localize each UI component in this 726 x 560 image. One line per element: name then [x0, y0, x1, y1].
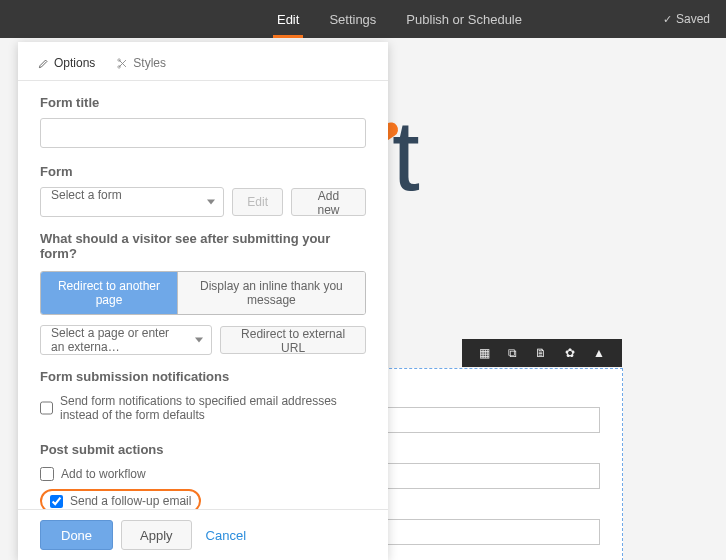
scissors-icon — [117, 58, 128, 69]
form-edit-button: Edit — [232, 188, 283, 216]
notifications-heading: Form submission notifications — [40, 369, 366, 384]
followup-checkbox[interactable] — [50, 495, 63, 508]
gear-icon[interactable]: ✿ — [565, 346, 575, 360]
after-submit-question: What should a visitor see after submitti… — [40, 231, 366, 261]
cancel-link[interactable]: Cancel — [206, 528, 246, 543]
topbar-tabs: Edit Settings Publish or Schedule — [157, 0, 522, 38]
doc-icon[interactable]: 🗎 — [535, 346, 547, 360]
panel-footer: Done Apply Cancel — [18, 509, 388, 560]
panel-tabs: Options Styles — [18, 42, 388, 81]
notif-checkbox-label: Send form notifications to specified ema… — [60, 394, 366, 422]
post-submit-heading: Post submit actions — [40, 442, 366, 457]
form-title-label: Form title — [40, 95, 366, 110]
inline-toggle[interactable]: Display an inline thank you message — [178, 272, 365, 314]
tab-publish[interactable]: Publish or Schedule — [406, 0, 522, 38]
form-add-new-button[interactable]: Add new — [291, 188, 366, 216]
logo-letter: t — [392, 98, 420, 213]
notif-checkbox-row[interactable]: Send form notifications to specified ema… — [40, 394, 366, 422]
form-title-input[interactable] — [40, 118, 366, 148]
panel-tab-styles-label: Styles — [133, 56, 166, 70]
preview-toolbar: ▦ ⧉ 🗎 ✿ ▲ — [462, 339, 622, 367]
saved-status: ✓ Saved — [663, 12, 710, 26]
followup-highlight: Send a follow-up email — [40, 489, 201, 509]
panel-tab-options[interactable]: Options — [30, 50, 103, 80]
form-label: Form — [40, 164, 366, 179]
pencil-icon — [38, 58, 49, 69]
workflow-checkbox-label: Add to workflow — [61, 467, 146, 481]
form-select[interactable]: Select a form — [40, 187, 224, 217]
redirect-toggle[interactable]: Redirect to another page — [41, 272, 177, 314]
topbar: Edit Settings Publish or Schedule ✓ Save… — [0, 0, 726, 38]
redirect-page-text: Select a page or enter an externa… — [51, 326, 169, 354]
panel-tab-options-label: Options — [54, 56, 95, 70]
caret-icon — [195, 338, 203, 343]
redirect-page-select[interactable]: Select a page or enter an externa… — [40, 325, 212, 355]
caret-icon — [207, 200, 215, 205]
workflow-checkbox[interactable] — [40, 467, 54, 481]
after-submit-toggle: Redirect to another page Display an inli… — [40, 271, 366, 315]
notif-checkbox[interactable] — [40, 401, 53, 415]
side-panel: Options Styles Form title Form Select a … — [18, 42, 388, 560]
copy-icon[interactable]: ⧉ — [508, 346, 517, 360]
done-button[interactable]: Done — [40, 520, 113, 550]
followup-checkbox-label: Send a follow-up email — [70, 494, 191, 508]
check-icon: ✓ — [663, 13, 672, 26]
tab-edit[interactable]: Edit — [277, 0, 299, 38]
panel-body: Form title Form Select a form Edit Add n… — [18, 81, 388, 509]
form-select-text: Select a form — [51, 188, 122, 202]
saved-label: Saved — [676, 12, 710, 26]
workflow-checkbox-row[interactable]: Add to workflow — [40, 467, 366, 481]
redirect-external-button[interactable]: Redirect to external URL — [220, 326, 366, 354]
image-icon[interactable]: ▦ — [479, 346, 490, 360]
tab-settings[interactable]: Settings — [329, 0, 376, 38]
panel-tab-styles[interactable]: Styles — [109, 50, 174, 80]
person-icon[interactable]: ▲ — [593, 346, 605, 360]
apply-button[interactable]: Apply — [121, 520, 192, 550]
